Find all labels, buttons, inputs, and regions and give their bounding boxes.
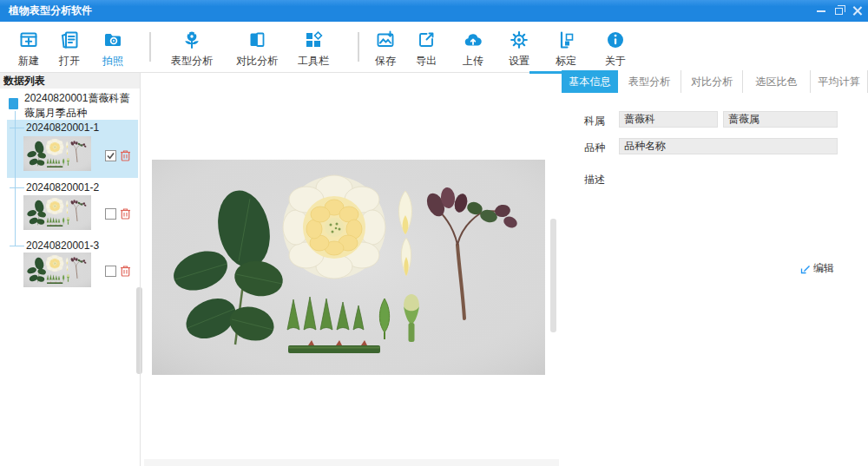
toolbar-label: 表型分析 <box>164 54 220 69</box>
family-genus-label: 科属 <box>584 114 605 128</box>
specimen-thumbnail[interactable] <box>23 136 91 171</box>
variety-field[interactable] <box>619 138 838 154</box>
close-icon <box>852 6 862 16</box>
tool-panel-button[interactable]: 工具栏 <box>293 27 334 69</box>
toolbar-label: 对比分析 <box>229 54 285 69</box>
calibrate-icon <box>545 27 587 53</box>
tab-average-calc[interactable]: 平均计算 <box>810 70 868 93</box>
export-button[interactable]: 导出 <box>405 27 447 69</box>
main-horizontal-scrollbar-track[interactable] <box>144 459 559 466</box>
specimen-thumbnail[interactable] <box>23 195 91 230</box>
settings-button[interactable]: 设置 <box>498 27 540 69</box>
panel-divider <box>140 73 141 466</box>
toolbar-separator <box>149 32 151 62</box>
toolbar-label: 工具栏 <box>293 54 334 69</box>
about-button[interactable]: 关于 <box>595 27 636 69</box>
export-icon <box>405 27 447 53</box>
save-image-icon <box>365 27 406 53</box>
blocks-icon <box>293 27 334 53</box>
item-checkbox-unchecked[interactable] <box>105 266 116 277</box>
main-vertical-scrollbar-thumb[interactable] <box>550 219 556 332</box>
minimize-button[interactable] <box>812 0 830 22</box>
info-icon <box>595 27 636 53</box>
edit-link[interactable]: 编辑 <box>800 261 834 276</box>
toolbar-label: 标定 <box>545 54 587 69</box>
specimen-thumbnail[interactable] <box>23 253 91 287</box>
upload-cloud-icon <box>452 27 494 53</box>
new-button[interactable]: 新建 <box>8 27 49 69</box>
edit-pencil-icon <box>800 264 811 274</box>
genus-field[interactable] <box>723 111 838 128</box>
tab-region-color[interactable]: 选区比色 <box>742 70 810 93</box>
calibrate-button[interactable]: 标定 <box>545 27 587 69</box>
description-label: 描述 <box>584 173 605 187</box>
specimen-photo[interactable] <box>152 160 545 375</box>
tree-line <box>15 111 16 246</box>
open-file-icon <box>49 27 90 53</box>
restore-button[interactable] <box>830 0 848 22</box>
toolbar-label: 导出 <box>405 54 447 69</box>
close-button[interactable] <box>848 0 866 22</box>
family-field[interactable] <box>619 111 718 128</box>
tree-tick <box>10 246 24 246</box>
upload-button[interactable]: 上传 <box>452 27 494 69</box>
delete-item-icon[interactable] <box>120 149 131 161</box>
tab-compare-analysis[interactable]: 对比分析 <box>681 70 742 93</box>
restore-icon <box>835 8 843 15</box>
capture-button[interactable]: 拍照 <box>92 27 134 69</box>
toolbar-label: 拍照 <box>92 54 134 69</box>
list-item-label[interactable]: 20240820001-1 <box>26 121 99 134</box>
phenotype-analysis-button[interactable]: 表型分析 <box>164 27 220 69</box>
gear-icon <box>498 27 540 53</box>
window-controls <box>812 0 866 22</box>
delete-item-icon[interactable] <box>120 265 131 277</box>
properties-tab-bar: 基本信息 表型分析 对比分析 选区比色 平均计算 <box>562 70 868 93</box>
open-button[interactable]: 打开 <box>49 27 90 69</box>
check-icon <box>106 151 115 161</box>
data-list-panel: 数据列表 20240820001蔷薇科蔷薇属月季品种 20240820001-1… <box>0 73 141 466</box>
toolbar: 新建 打开 拍照 表型分析 对比分析 <box>0 22 868 73</box>
flower-icon <box>164 27 220 53</box>
toolbar-label: 上传 <box>452 54 494 69</box>
compare-book-icon <box>229 27 285 53</box>
tree-tick <box>10 187 24 188</box>
tree-root-label[interactable]: 20240820001蔷薇科蔷薇属月季品种 <box>24 91 139 121</box>
toolbar-label: 关于 <box>595 54 636 69</box>
toolbar-label: 保存 <box>365 54 406 69</box>
app-title: 植物表型分析软件 <box>9 0 92 22</box>
data-list-header: 数据列表 <box>0 73 140 89</box>
toolbar-label: 新建 <box>8 54 49 69</box>
new-file-icon <box>8 27 49 53</box>
item-checkbox-checked[interactable] <box>105 150 116 161</box>
save-button[interactable]: 保存 <box>365 27 406 69</box>
toolbar-label: 设置 <box>498 54 540 69</box>
item-checkbox-unchecked[interactable] <box>105 208 116 220</box>
list-item-label[interactable]: 20240820001-3 <box>26 240 99 252</box>
camera-icon <box>92 27 134 53</box>
toolbar-separator <box>358 32 359 62</box>
tab-basic-info[interactable]: 基本信息 <box>562 70 618 93</box>
variety-label: 品种 <box>584 141 605 155</box>
toolbar-label: 打开 <box>49 54 90 69</box>
title-bar: 植物表型分析软件 <box>0 0 868 22</box>
tree-tick <box>10 128 24 128</box>
tab-phenotype-analysis[interactable]: 表型分析 <box>618 70 681 93</box>
delete-item-icon[interactable] <box>120 207 131 220</box>
compare-analysis-button[interactable]: 对比分析 <box>229 27 285 69</box>
minimize-icon <box>817 10 825 12</box>
list-item-label[interactable]: 20240820001-2 <box>26 181 99 194</box>
tree-root-icon[interactable] <box>9 98 18 109</box>
edit-link-label: 编辑 <box>813 261 834 276</box>
